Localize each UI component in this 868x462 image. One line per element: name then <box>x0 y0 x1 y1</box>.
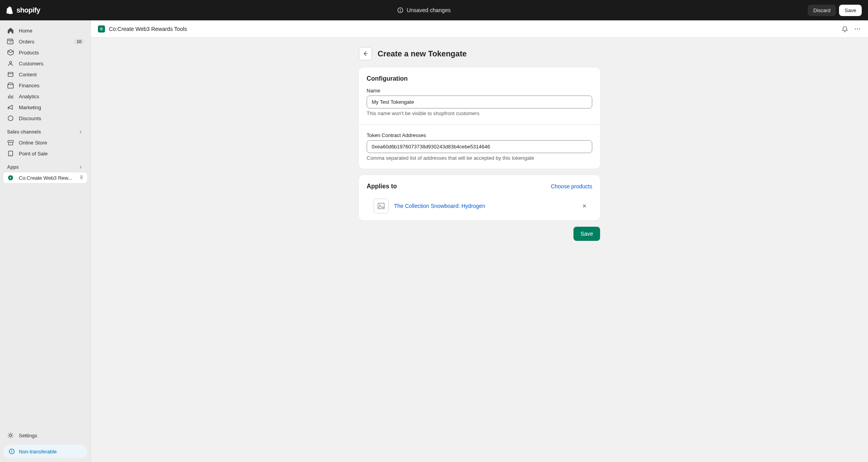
app-header: Co:Create Web3 Rewards Tools <box>91 20 868 38</box>
marketing-icon <box>7 104 14 111</box>
svg-point-17 <box>859 28 860 29</box>
page-title: Create a new Tokengate <box>378 49 467 58</box>
app-header-icon <box>98 25 105 32</box>
brand-text: shopify <box>16 6 40 14</box>
shopify-logo-icon <box>6 6 14 14</box>
discounts-icon <box>7 115 14 122</box>
name-input[interactable] <box>367 96 592 108</box>
choose-products-button[interactable]: Choose products <box>551 183 592 189</box>
sidebar-item-marketing[interactable]: Marketing <box>3 102 87 113</box>
token-input[interactable] <box>367 140 592 153</box>
svg-point-10 <box>9 434 11 436</box>
topbar: shopify Unsaved changes Discard Save <box>0 0 868 20</box>
topbar-actions: Discard Save <box>808 5 862 16</box>
pin-icon[interactable] <box>79 175 84 180</box>
svg-point-3 <box>9 61 11 63</box>
svg-point-15 <box>855 28 856 29</box>
sidebar-item-cocreate-app[interactable]: Co:Create Web3 Rew... <box>3 172 87 183</box>
orders-badge: 10 <box>74 39 84 44</box>
svg-point-6 <box>8 116 13 121</box>
chevron-right-icon <box>78 164 83 170</box>
orders-icon <box>7 38 14 45</box>
applies-to-card: Applies to Choose products The Collectio… <box>359 175 600 220</box>
customers-icon <box>7 60 14 67</box>
sales-channels-header[interactable]: Sales channels <box>0 124 90 137</box>
analytics-icon <box>7 93 14 100</box>
name-label: Name <box>367 88 592 94</box>
arrow-left-icon <box>362 50 369 57</box>
products-icon <box>7 49 14 56</box>
apps-header[interactable]: Apps <box>0 159 90 172</box>
svg-rect-18 <box>378 203 384 209</box>
sidebar-item-content[interactable]: Content <box>3 69 87 80</box>
configuration-heading: Configuration <box>367 75 592 82</box>
finances-icon <box>7 82 14 89</box>
sidebar-item-finances[interactable]: Finances <box>3 80 87 91</box>
more-icon[interactable] <box>854 25 861 32</box>
save-button[interactable]: Save <box>573 227 600 241</box>
save-button-top[interactable]: Save <box>839 5 862 16</box>
info-icon <box>397 7 403 13</box>
name-help: This name won't be visible to shopfront … <box>367 110 592 116</box>
store-icon <box>7 139 14 146</box>
pos-icon <box>7 150 14 157</box>
info-icon <box>9 448 15 455</box>
svg-point-8 <box>10 155 11 155</box>
sidebar-item-customers[interactable]: Customers <box>3 58 87 69</box>
logo[interactable]: shopify <box>6 6 40 14</box>
svg-point-16 <box>857 28 858 29</box>
unsaved-indicator: Unsaved changes <box>40 7 808 13</box>
back-button[interactable] <box>359 47 372 60</box>
content-icon <box>7 71 14 78</box>
sidebar-item-pos[interactable]: Point of Sale <box>3 148 87 159</box>
svg-point-19 <box>380 205 381 206</box>
product-row: The Collection Snowboard: Hydrogen <box>367 197 592 215</box>
sidebar-item-analytics[interactable]: Analytics <box>3 91 87 102</box>
non-transferable-pill[interactable]: Non-transferable <box>3 445 87 458</box>
sidebar-item-home[interactable]: Home <box>3 25 87 36</box>
main-content: Create a new Tokengate Configuration Nam… <box>91 38 868 462</box>
sidebar-item-settings[interactable]: Settings <box>3 430 87 441</box>
configuration-card: Configuration Name This name won't be vi… <box>359 67 600 169</box>
home-icon <box>7 27 14 34</box>
remove-product-button[interactable] <box>579 200 590 211</box>
svg-point-2 <box>400 11 401 12</box>
app-icon <box>7 174 14 181</box>
sidebar-item-products[interactable]: Products <box>3 47 87 58</box>
svg-point-13 <box>12 450 12 450</box>
bell-icon[interactable] <box>841 25 848 32</box>
app-header-title: Co:Create Web3 Rewards Tools <box>109 26 187 32</box>
sidebar: Home Orders 10 Products Customers Conten… <box>0 20 91 462</box>
product-thumbnail <box>374 199 389 213</box>
sidebar-item-online-store[interactable]: Online Store <box>3 137 87 148</box>
close-icon <box>582 203 587 209</box>
svg-rect-4 <box>8 72 13 77</box>
settings-icon <box>7 432 14 439</box>
token-label: Token Contract Addresses <box>367 132 592 138</box>
image-placeholder-icon <box>377 202 385 210</box>
applies-to-heading: Applies to <box>367 183 397 190</box>
discard-button[interactable]: Discard <box>808 5 836 16</box>
chevron-right-icon <box>78 129 83 135</box>
sidebar-item-discounts[interactable]: Discounts <box>3 113 87 124</box>
token-help: Comma separated list of addresses that w… <box>367 155 592 161</box>
sidebar-item-orders[interactable]: Orders 10 <box>3 36 87 47</box>
product-link[interactable]: The Collection Snowboard: Hydrogen <box>394 203 573 209</box>
